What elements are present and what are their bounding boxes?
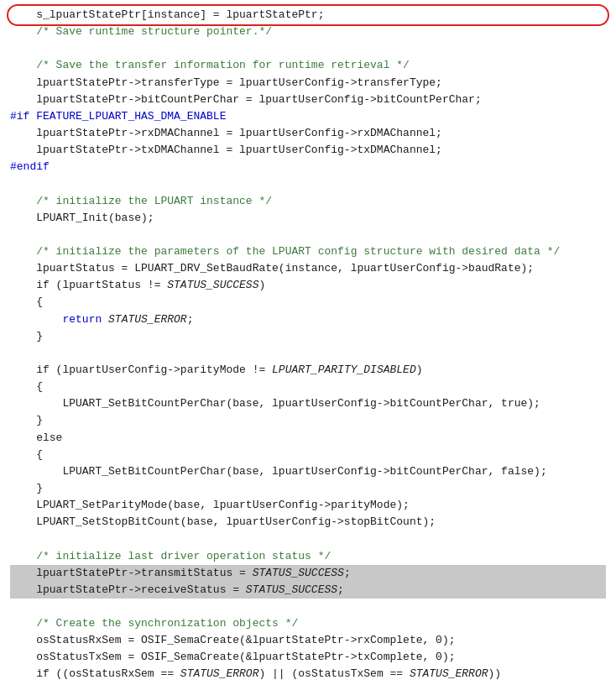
- code-line: [10, 599, 606, 615]
- code-line: /* Create the synchronization objects */: [10, 615, 606, 632]
- code-line: lpuartStatePtr->transferType = lpuartUse…: [10, 75, 606, 92]
- code-line: [10, 175, 606, 192]
- code-line: LPUART_SetParityMode(base, lpuartUserCon…: [10, 497, 606, 514]
- code-line: lpuartStatePtr->bitCountPerChar = lpuart…: [10, 92, 606, 108]
- code-line: /* Save runtime structure pointer.*/: [10, 24, 606, 40]
- code-line: }: [10, 412, 606, 429]
- code-line: if ((osStatusRxSem == STATUS_ERROR) || (…: [10, 666, 606, 682]
- code-line: osStatusTxSem = OSIF_SemaCreate(&lpuartS…: [10, 649, 606, 666]
- code-line: [10, 531, 606, 547]
- code-line: lpuartStatus = LPUART_DRV_SetBaudRate(in…: [10, 260, 606, 277]
- code-line: {: [10, 447, 606, 463]
- code-line: {: [10, 379, 606, 395]
- code-line: lpuartStatePtr->transmitStatus = STATUS_…: [10, 565, 606, 582]
- code-line: if (lpuartUserConfig->parityMode != LPUA…: [10, 362, 606, 379]
- code-line: /* initialize the LPUART instance */: [10, 193, 606, 210]
- code-line: #if FEATURE_LPUART_HAS_DMA_ENABLE: [10, 108, 606, 125]
- code-line: LPUART_SetBitCountPerChar(base, lpuartUs…: [10, 395, 606, 412]
- code-line: /* initialize last driver operation stat…: [10, 548, 606, 565]
- code-line: #endif: [10, 159, 606, 175]
- code-line: if (lpuartStatus != STATUS_SUCCESS): [10, 277, 606, 294]
- code-line: [10, 345, 606, 362]
- code-line: /* Save the transfer information for run…: [10, 57, 606, 74]
- code-line: }: [10, 480, 606, 497]
- code-line: /* initialize the parameters of the LPUA…: [10, 243, 606, 260]
- code-line: s_lpuartStatePtr[instance] = lpuartState…: [10, 7, 606, 24]
- code-line: }: [10, 328, 606, 345]
- code-line: LPUART_SetStopBitCount(base, lpuartUserC…: [10, 514, 606, 531]
- code-container: s_lpuartStatePtr[instance] = lpuartState…: [0, 0, 616, 685]
- code-line: else: [10, 430, 606, 447]
- code-line: LPUART_Init(base);: [10, 210, 606, 227]
- code-line: lpuartStatePtr->receiveStatus = STATUS_S…: [10, 582, 606, 599]
- code-line: osStatusRxSem = OSIF_SemaCreate(&lpuartS…: [10, 632, 606, 649]
- code-line: LPUART_SetBitCountPerChar(base, lpuartUs…: [10, 463, 606, 480]
- code-line: [10, 40, 606, 57]
- code-line: lpuartStatePtr->rxDMAChannel = lpuartUse…: [10, 125, 606, 142]
- oval-highlight-wrapper: s_lpuartStatePtr[instance] = lpuartState…: [10, 7, 606, 24]
- code-line: [10, 227, 606, 243]
- code-line: return STATUS_ERROR;: [10, 311, 606, 328]
- code-block: s_lpuartStatePtr[instance] = lpuartState…: [10, 7, 606, 685]
- code-line: lpuartStatePtr->txDMAChannel = lpuartUse…: [10, 142, 606, 159]
- code-line: {: [10, 294, 606, 311]
